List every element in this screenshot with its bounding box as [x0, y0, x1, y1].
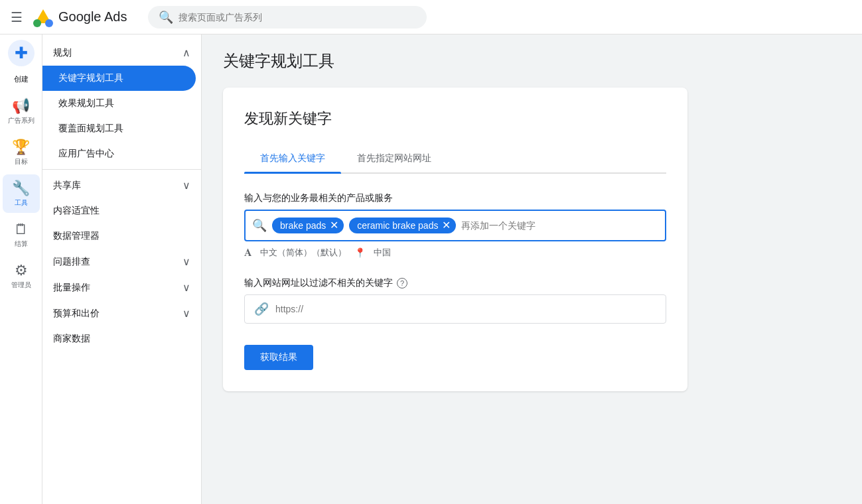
link-icon: 🔗	[254, 302, 269, 316]
url-field-label: 输入网站网址以过滤不相关的关键字 ?	[244, 277, 666, 289]
language-text[interactable]: 中文（简体）（默认）	[260, 247, 346, 259]
sidebar-section-troubleshoot: 问题排查 ∨	[42, 249, 201, 275]
admin-label: 管理员	[11, 281, 31, 290]
location-text[interactable]: 中国	[374, 247, 391, 259]
sidebar-item-app-ad-center[interactable]: 应用广告中心	[42, 141, 196, 166]
lang-location: 𝐀 中文（简体）（默认） 📍 中国	[244, 247, 666, 259]
nav-campaigns[interactable]: 📢 广告系列	[3, 92, 40, 131]
keyword-field-label: 输入与您的业务最相关的产品或服务	[244, 192, 666, 204]
create-label: 创建	[14, 74, 29, 84]
sidebar-item-performance-planner[interactable]: 效果规划工具	[42, 91, 196, 116]
sidebar-section-shared-library: 共享库 ∨	[42, 172, 201, 198]
search-icon-small: 🔍	[252, 218, 267, 233]
nav-billing[interactable]: 🗒 结算	[3, 216, 40, 254]
menu-icon[interactable]: ☰	[11, 9, 23, 25]
goals-label: 目标	[15, 157, 28, 166]
sidebar-section-troubleshoot-header[interactable]: 问题排查 ∨	[42, 249, 201, 275]
sidebar-section-merchant-header[interactable]: 商家数据	[42, 326, 201, 351]
campaigns-label: 广告系列	[8, 116, 35, 125]
keyword-planner-label: 关键字规划工具	[58, 72, 123, 84]
tools-icon: 🔧	[12, 180, 30, 197]
keyword-tag-1-text: brake pads	[280, 220, 326, 231]
tab-enter-keywords[interactable]: 首先输入关键字	[244, 145, 341, 172]
bulk-actions-label: 批量操作	[53, 282, 90, 294]
icon-rail: ✚ 创建 📢 广告系列 🏆 目标 🔧 工具 🗒 结算 ⚙ 管理员	[0, 34, 42, 504]
page-title: 关键字规划工具	[223, 50, 841, 72]
chevron-down-icon-2: ∨	[182, 255, 190, 268]
billing-icon: 🗒	[14, 221, 29, 238]
create-button[interactable]: ✚	[8, 40, 35, 66]
nav-goals[interactable]: 🏆 目标	[3, 133, 40, 172]
sidebar-section-merchant-data: 商家数据	[42, 326, 201, 351]
sidebar-section-content-header[interactable]: 内容适宜性	[42, 198, 201, 223]
divider-1	[42, 169, 201, 170]
search-icon: 🔍	[159, 10, 173, 25]
keyword-add-input[interactable]	[461, 220, 658, 231]
sidebar-section-planning-header[interactable]: 规划 ∧	[42, 40, 201, 66]
main-content: 关键字规划工具 发现新关键字 首先输入关键字 首先指定网站网址 输入与您的业务最…	[202, 34, 862, 504]
reach-planner-label: 覆盖面规划工具	[58, 123, 123, 135]
planning-label: 规划	[53, 47, 72, 59]
merchant-data-label: 商家数据	[53, 333, 90, 345]
url-input[interactable]	[275, 304, 656, 314]
app-title: Google Ads	[58, 9, 127, 25]
language-icon: 𝐀	[244, 247, 252, 259]
topbar: ☰ Google Ads 🔍	[0, 0, 862, 34]
get-results-button[interactable]: 获取结果	[244, 345, 313, 370]
chevron-down-icon-4: ∨	[182, 307, 190, 320]
content-suitability-label: 内容适宜性	[53, 205, 100, 217]
data-manager-label: 数据管理器	[53, 230, 100, 242]
troubleshoot-label: 问题排查	[53, 256, 90, 268]
sidebar-section-data-manager: 数据管理器	[42, 223, 201, 249]
goals-icon: 🏆	[12, 139, 30, 156]
search-box[interactable]: 🔍	[148, 6, 427, 29]
main-layout: ✚ 创建 📢 广告系列 🏆 目标 🔧 工具 🗒 结算 ⚙ 管理员 规划	[0, 34, 862, 504]
tabs: 首先输入关键字 首先指定网站网址	[244, 145, 666, 174]
keyword-input-box[interactable]: 🔍 brake pads ✕ ceramic brake pads ✕	[244, 210, 666, 241]
shared-library-label: 共享库	[53, 180, 81, 192]
sidebar-section-planning: 规划 ∧ 关键字规划工具 效果规划工具 覆盖面规划工具 应用广告中心	[42, 40, 201, 166]
keyword-tag-1-remove[interactable]: ✕	[330, 220, 338, 231]
tab-website-url[interactable]: 首先指定网站网址	[341, 145, 447, 172]
help-icon[interactable]: ?	[397, 278, 407, 288]
keyword-tag-2-remove[interactable]: ✕	[442, 220, 451, 231]
sidebar: 规划 ∧ 关键字规划工具 效果规划工具 覆盖面规划工具 应用广告中心 共享库 ∨	[42, 34, 202, 504]
keyword-field-section: 输入与您的业务最相关的产品或服务 🔍 brake pads ✕ ceramic …	[244, 192, 666, 259]
sidebar-item-reach-planner[interactable]: 覆盖面规划工具	[42, 116, 196, 141]
performance-planner-label: 效果规划工具	[58, 97, 114, 109]
location-icon: 📍	[354, 247, 366, 258]
url-field-section: 输入网站网址以过滤不相关的关键字 ? 🔗	[244, 277, 666, 324]
nav-tools[interactable]: 🔧 工具	[3, 174, 40, 213]
sidebar-section-shared-library-header[interactable]: 共享库 ∨	[42, 172, 201, 198]
keyword-tag-1: brake pads ✕	[272, 218, 344, 233]
sidebar-section-budget-bidding: 预算和出价 ∨	[42, 300, 201, 326]
google-ads-logo-icon	[33, 7, 53, 27]
chevron-down-icon-1: ∨	[182, 179, 190, 192]
chevron-up-icon: ∧	[182, 46, 190, 59]
admin-icon: ⚙	[15, 262, 28, 279]
campaigns-icon: 📢	[12, 97, 30, 115]
chevron-down-icon-3: ∨	[182, 281, 190, 294]
svg-point-1	[33, 19, 41, 27]
nav-admin[interactable]: ⚙ 管理员	[3, 257, 40, 295]
keyword-tag-2-text: ceramic brake pads	[357, 220, 438, 231]
url-input-box[interactable]: 🔗	[244, 294, 666, 324]
budget-bidding-label: 预算和出价	[53, 308, 100, 320]
sidebar-section-content-suitability: 内容适宜性	[42, 198, 201, 223]
billing-label: 结算	[15, 239, 28, 249]
sidebar-item-keyword-planner[interactable]: 关键字规划工具	[42, 66, 196, 91]
card-title: 发现新关键字	[244, 109, 666, 129]
sidebar-section-budget-header[interactable]: 预算和出价 ∨	[42, 300, 201, 326]
keyword-planner-card: 发现新关键字 首先输入关键字 首先指定网站网址 输入与您的业务最相关的产品或服务…	[223, 88, 687, 391]
sidebar-section-bulk-header[interactable]: 批量操作 ∨	[42, 275, 201, 300]
svg-point-2	[45, 19, 53, 27]
keyword-tag-2: ceramic brake pads ✕	[349, 218, 456, 233]
search-input[interactable]	[179, 12, 416, 23]
plus-icon: ✚	[15, 44, 28, 62]
tools-label: 工具	[15, 198, 28, 208]
sidebar-section-bulk-actions: 批量操作 ∨	[42, 275, 201, 300]
app-ad-center-label: 应用广告中心	[58, 148, 114, 160]
logo: Google Ads	[33, 7, 127, 27]
sidebar-section-data-manager-header[interactable]: 数据管理器	[42, 223, 201, 249]
